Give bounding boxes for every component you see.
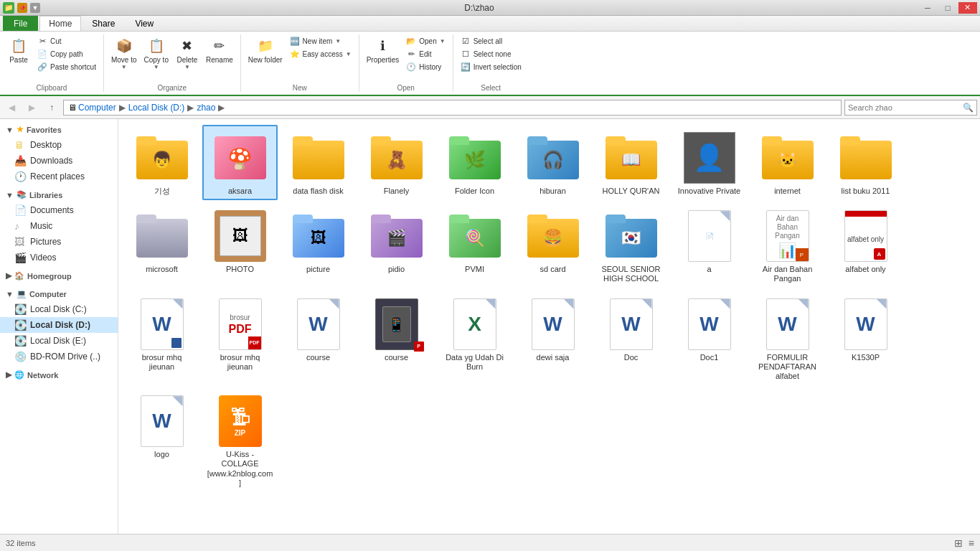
breadcrumb-computer[interactable]: 🖥 [68,103,77,113]
homegroup-header[interactable]: ▶ 🏠 Homegroup [0,268,118,283]
tab-view[interactable]: View [126,16,163,31]
doc-label: Doc [624,353,639,362]
close-button[interactable]: ✕ [958,2,977,14]
file-item-listbuku[interactable]: list buku 2011 [828,125,903,200]
file-item-alfabetonly[interactable]: alfabet only A alfabet only [828,203,903,288]
delete-button[interactable]: ✖ Delete ▼ [173,34,202,72]
sidebar-item-c[interactable]: 💽 Local Disk (C:) [0,301,118,317]
back-button[interactable]: ◀ [3,99,20,116]
breadcrumb-computer-link[interactable]: Computer [78,103,116,113]
paste-icon: 📋 [9,36,29,56]
favorites-header[interactable]: ▼ ★ Favorites [0,122,118,137]
edit-button[interactable]: ✏ Edit [403,47,448,60]
file-item-pvmi[interactable]: 🍭 PVMI [437,203,512,288]
rename-button[interactable]: ✏ Rename [203,34,236,65]
open-button[interactable]: 📂 Open ▼ [403,34,448,47]
file-item-innovative[interactable]: 👤 Innovative Private [672,125,747,200]
file-item-hiburan[interactable]: 🎧 hiburan [515,125,590,200]
file-item-sdcard[interactable]: 🍔 sd card [515,203,590,288]
sidebar-item-bdrom[interactable]: 💿 BD-ROM Drive (..) [0,349,118,364]
sidebar-item-e[interactable]: 💽 Local Disk (E:) [0,333,118,349]
search-input[interactable] [848,103,963,112]
network-header[interactable]: ▶ 🌐 Network [0,367,118,382]
file-item-aksara[interactable]: 🍄 aksara [202,125,278,200]
breadcrumb-folder-link[interactable]: zhao [197,103,215,113]
new-item-button[interactable]: 🆕 New item ▼ [287,34,354,47]
libraries-header[interactable]: ▼ 📚 Libraries [0,187,118,202]
computer-expand-icon: ▼ [6,290,14,298]
paste-shortcut-button[interactable]: 🔗 Paste shortcut [34,60,99,73]
seoul-icon: 🇰🇷 [603,207,660,265]
copy-to-button[interactable]: 📋 Copy to ▼ [141,34,171,72]
quick-access-pin[interactable]: 📌 [17,3,27,13]
file-item-coursespecial[interactable]: 📱 P course [359,291,434,386]
sidebar-item-recent[interactable]: 🕐 Recent places [0,169,118,184]
file-item-internet[interactable]: 🐱 internet [750,125,825,200]
file-item-flanely[interactable]: 🧸 Flanely [359,125,434,200]
file-item-ukiss[interactable]: 🗜 ZIP U-Kiss - COLLAGE [www.k2nblog.com] [202,388,278,492]
ukiss-icon: 🗜 ZIP [212,392,269,450]
tab-share[interactable]: Share [83,16,124,31]
computer-header[interactable]: ▼ 💻 Computer [0,286,118,301]
select-none-button[interactable]: ☐ Select none [458,47,524,60]
large-icons-view-button[interactable]: ⊞ [954,537,963,549]
file-item-courseword[interactable]: W course [281,291,356,386]
file-item-dataflash[interactable]: data flash disk [281,125,356,200]
quick-access-arrow[interactable]: ▼ [30,3,40,13]
sidebar-item-documents[interactable]: 📄 Documents [0,202,118,218]
microsoft-icon [133,207,191,265]
file-item-datayg[interactable]: X Data yg Udah Di Burn [437,291,512,386]
sidebar-item-music[interactable]: ♪ Music [0,218,118,234]
file-item-logo[interactable]: W logo [124,388,199,492]
select-all-button[interactable]: ☑ Select all [458,34,524,47]
ribbon-tabs: File Home Share View [0,16,980,32]
file-item-dewisaja[interactable]: W dewi saja [515,291,590,386]
sidebar-item-desktop[interactable]: 🖥 Desktop [0,137,118,153]
file-item-brosurpdf[interactable]: brosur PDF PDF brosur mhq jieunan [202,291,278,386]
paste-button[interactable]: 📋 Paste [4,34,33,65]
file-item-brosurword[interactable]: W brosur mhq jieunan [124,291,199,386]
file-item-seoul[interactable]: 🇰🇷 SEOUL SENIOR HIGH SCHOOL [593,203,669,288]
sidebar-item-d[interactable]: 💽 Local Disk (D:) [0,317,118,333]
documents-icon: 📄 [14,204,26,216]
file-item-a[interactable]: 📄 a [672,203,747,288]
giseong-icon: 👦 [133,129,191,187]
copy-path-icon: 📄 [37,49,47,59]
file-item-doc1[interactable]: W Doc1 [672,291,747,386]
file-item-k1530p[interactable]: W K1530P [828,291,903,386]
forward-button[interactable]: ▶ [23,99,40,116]
file-item-giseong[interactable]: 👦 기성 [124,125,199,200]
cut-button[interactable]: ✂ Cut [34,34,99,47]
sidebar-item-downloads[interactable]: 📥 Downloads [0,153,118,169]
history-button[interactable]: 🕐 History [403,60,448,73]
easy-access-button[interactable]: ⭐ Easy access ▼ [287,47,354,60]
file-item-pidio[interactable]: 🎬 pidio [359,203,434,288]
move-to-button[interactable]: 📦 Move to ▼ [108,34,140,72]
up-button[interactable]: ↑ [43,99,60,116]
search-box: 🔍 [844,100,977,116]
file-item-picture[interactable]: 🖼 picture [281,203,356,288]
file-item-doc[interactable]: W Doc [593,291,669,386]
copy-path-button[interactable]: 📄 Copy path [34,47,99,60]
file-item-formulir[interactable]: W FORMULIR PENDAFTARAN alfabet [750,291,825,386]
brosurpdf-icon: brosur PDF PDF [212,296,269,353]
maximize-button[interactable]: □ [938,2,957,14]
minimize-button[interactable]: ─ [918,2,937,14]
details-view-button[interactable]: ≡ [969,537,974,549]
open-label: Open [397,84,414,92]
sidebar-item-pictures[interactable]: 🖼 Pictures [0,234,118,250]
tab-file[interactable]: File [3,16,38,31]
file-item-photo[interactable]: 🖼 PHOTO [202,203,278,288]
sidebar-item-videos[interactable]: 🎬 Videos [0,250,118,265]
tab-home[interactable]: Home [39,16,81,31]
file-item-microsoft[interactable]: microsoft [124,203,199,288]
properties-button[interactable]: ℹ Properties [364,34,402,65]
edit-icon: ✏ [406,49,416,59]
search-icon[interactable]: 🔍 [963,103,974,113]
file-item-airbahan[interactable]: Air dan Bahan Pangan 📊 P Air dan Bahan P… [750,203,825,288]
breadcrumb-locald-link[interactable]: Local Disk (D:) [128,103,185,113]
new-folder-button[interactable]: 📁 New folder [245,34,286,65]
invert-selection-button[interactable]: 🔄 Invert selection [458,60,524,73]
file-item-hollyquran[interactable]: 📖 HOLLY QUR'AN [593,125,669,200]
file-item-foldericon[interactable]: 🌿 Folder Icon [437,125,512,200]
